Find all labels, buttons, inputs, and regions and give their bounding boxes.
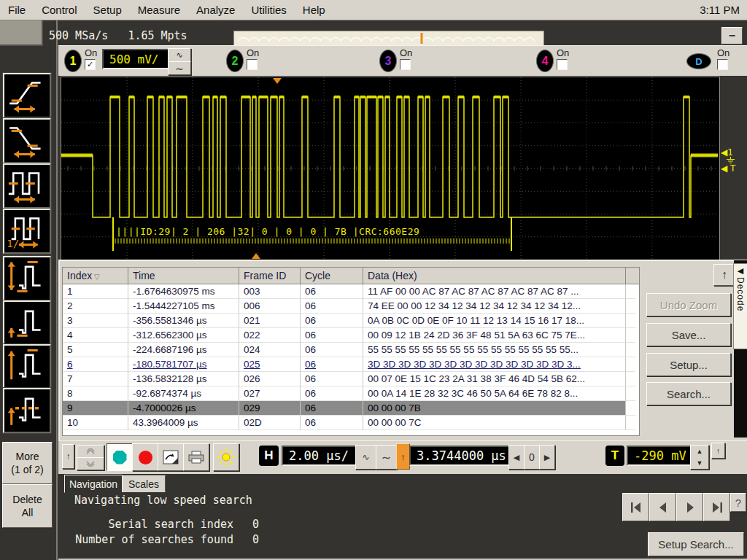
position-left-button[interactable]: ◀ bbox=[508, 445, 525, 470]
trigger-level-stepper[interactable]: ▲▼ bbox=[690, 445, 709, 470]
measure-v-maximum-button[interactable] bbox=[3, 344, 51, 389]
menu-file[interactable]: File bbox=[0, 1, 34, 18]
menu-analyze[interactable]: Analyze bbox=[188, 1, 243, 18]
table-row-8[interactable]: 8-92.6874374 µs0270600 0A 14 1E 28 32 3C… bbox=[63, 386, 639, 401]
cell[interactable]: 11 AF 00 00 AC 87 AC 87 AC 87 AC 87 AC 8… bbox=[363, 284, 626, 299]
cell[interactable]: 00 07 0E 15 1C 23 2A 31 38 3F 46 4D 54 5… bbox=[363, 372, 626, 386]
help-button[interactable]: ? bbox=[730, 493, 746, 512]
cell[interactable]: 4 bbox=[63, 328, 128, 343]
table-row-4[interactable]: 4-312.6562300 µs0220600 09 12 1B 24 2D 3… bbox=[63, 328, 639, 343]
channel-1-coupling-dc-button[interactable]: ∼ bbox=[168, 61, 191, 75]
cell[interactable]: 0A 0B 0C 0D 0E 0F 10 11 12 13 14 15 16 1… bbox=[363, 314, 626, 328]
acquisition-progress-bar[interactable] bbox=[233, 31, 544, 47]
decode-table[interactable]: Index ▽TimeFrame IDCycleData (Hex)1-1.67… bbox=[62, 267, 640, 436]
cell[interactable]: 06 bbox=[301, 314, 363, 328]
cell[interactable]: 06 bbox=[301, 372, 363, 386]
cell[interactable]: -4.7000026 µs bbox=[128, 401, 239, 416]
channel-3-on-checkbox[interactable] bbox=[400, 59, 411, 70]
table-row-7[interactable]: 7-136.5832128 µs0260600 07 0E 15 1C 23 2… bbox=[63, 372, 639, 386]
sort-icon[interactable]: ▽ bbox=[92, 273, 99, 281]
screen-copy-button[interactable] bbox=[158, 443, 184, 471]
menu-control[interactable]: Control bbox=[34, 1, 85, 18]
measure-v-average-button[interactable] bbox=[3, 388, 51, 433]
cell[interactable]: 06 bbox=[301, 416, 363, 430]
cell[interactable]: 06 bbox=[301, 357, 363, 372]
position-right-button[interactable]: ▶ bbox=[539, 445, 555, 470]
cell[interactable]: 3D 3D 3D 3D 3D 3D 3D 3D 3D 3D 3D 3D 3D 3… bbox=[363, 357, 626, 372]
cell[interactable]: 029 bbox=[239, 401, 301, 416]
cell[interactable]: -92.6874374 µs bbox=[128, 386, 239, 401]
trigger-position-button[interactable]: ↑ bbox=[396, 443, 410, 470]
waveform-display[interactable]: ||||ID:29| 2 | 206 |32| 0 | 0 | 0 | 7B |… bbox=[61, 77, 720, 262]
column-header-data-hex-[interactable]: Data (Hex) bbox=[363, 268, 626, 284]
cell[interactable]: 024 bbox=[239, 343, 301, 357]
setup-button[interactable]: Setup... bbox=[646, 353, 731, 376]
save-button[interactable]: Save... bbox=[646, 323, 731, 346]
cell[interactable]: 02D bbox=[239, 416, 301, 430]
horizontal-position-field[interactable]: 3.3744000 µs bbox=[409, 446, 511, 466]
cell[interactable]: 00 09 12 1B 24 2D 36 3F 48 51 5A 63 6C 7… bbox=[363, 328, 626, 343]
cell[interactable]: 00 00 00 7C bbox=[363, 416, 626, 430]
marker-up-button[interactable]: ↑ bbox=[62, 444, 74, 469]
cell[interactable]: 5 bbox=[63, 343, 128, 357]
measure-peak-to-peak-button[interactable] bbox=[3, 256, 51, 301]
undo-zoom-button[interactable]: Undo Zoom bbox=[646, 293, 731, 316]
cell[interactable]: -1.5444227105 ms bbox=[128, 299, 239, 314]
cell[interactable]: 06 bbox=[301, 328, 363, 343]
cell[interactable]: 022 bbox=[239, 328, 301, 343]
scroll-double-up-button[interactable] bbox=[77, 445, 104, 458]
cell[interactable]: -1.6764630975 ms bbox=[128, 284, 239, 299]
table-row-2[interactable]: 2-1.5444227105 ms0060674 EE 00 00 12 34 … bbox=[63, 299, 639, 314]
measure-rise-time-button[interactable] bbox=[3, 73, 51, 118]
channel-4-on-checkbox[interactable] bbox=[557, 59, 568, 70]
brightness-button[interactable] bbox=[213, 443, 239, 471]
setup-search-button[interactable]: Setup Search... bbox=[648, 532, 744, 556]
minimize-button[interactable]: − bbox=[721, 27, 743, 44]
cell[interactable]: 00 00 00 7B bbox=[363, 401, 626, 416]
cell[interactable]: 025 bbox=[239, 357, 301, 372]
table-row-6[interactable]: 6-180.5781707 µs025063D 3D 3D 3D 3D 3D 3… bbox=[63, 357, 639, 372]
cell[interactable]: -180.5781707 µs bbox=[128, 357, 239, 372]
channel-3-badge[interactable]: 3 bbox=[379, 50, 397, 72]
cell[interactable]: -224.6687196 µs bbox=[128, 343, 239, 357]
search-button[interactable]: Search... bbox=[646, 382, 731, 405]
decode-tab[interactable]: ◀ Decode bbox=[733, 263, 747, 349]
scroll-up-button[interactable]: ↑ bbox=[713, 264, 735, 286]
cell[interactable]: -136.5832128 µs bbox=[128, 372, 239, 386]
column-header-time[interactable]: Time bbox=[128, 268, 239, 284]
cell[interactable]: 6 bbox=[63, 357, 128, 372]
channel-4-badge[interactable]: 4 bbox=[536, 50, 554, 72]
measure-fall-time-button[interactable] bbox=[3, 118, 51, 163]
table-row-1[interactable]: 1-1.6764630975 ms0030611 AF 00 00 AC 87 … bbox=[63, 284, 639, 299]
cell[interactable]: 10 bbox=[63, 416, 128, 430]
menu-setup[interactable]: Setup bbox=[85, 1, 130, 18]
cell[interactable]: 06 bbox=[301, 401, 363, 416]
fine-wave-button[interactable]: ∼ bbox=[376, 445, 397, 470]
timebase-field[interactable]: 2.00 µs/ bbox=[282, 446, 357, 466]
channel-1-on-checkbox[interactable]: ✓ bbox=[85, 59, 96, 70]
channel-2-on-checkbox[interactable] bbox=[247, 59, 258, 70]
scroll-double-down-button[interactable] bbox=[77, 457, 104, 470]
cell[interactable]: 1 bbox=[63, 284, 128, 299]
cell[interactable]: 026 bbox=[239, 372, 301, 386]
cell[interactable]: 43.3964009 µs bbox=[128, 416, 239, 430]
menu-measure[interactable]: Measure bbox=[130, 1, 188, 18]
more-button[interactable]: More(1 of 2) bbox=[2, 442, 53, 484]
channel-1-scale-field[interactable]: 500 mV/ bbox=[102, 49, 169, 69]
table-row-3[interactable]: 3-356.5581346 µs021060A 0B 0C 0D 0E 0F 1… bbox=[63, 314, 639, 328]
cell[interactable]: -356.5581346 µs bbox=[128, 314, 239, 328]
cell[interactable]: 2 bbox=[63, 299, 128, 314]
cell[interactable]: 8 bbox=[63, 386, 128, 401]
table-row-10[interactable]: 1043.3964009 µs02D0600 00 00 7C bbox=[63, 416, 639, 430]
cell[interactable]: 006 bbox=[239, 299, 301, 314]
stepper-down-icon[interactable]: ▼ bbox=[697, 459, 703, 467]
position-zero-button[interactable]: 0 bbox=[524, 445, 540, 470]
run-button[interactable] bbox=[107, 443, 133, 471]
nav-first-button[interactable] bbox=[622, 493, 649, 521]
channel-1-coupling-ac-button[interactable]: ∿ bbox=[168, 48, 191, 62]
tab-navigation[interactable]: Navigation bbox=[64, 475, 123, 493]
cell[interactable]: 3 bbox=[63, 314, 128, 328]
table-row-5[interactable]: 5-224.6687196 µs0240655 55 55 55 55 55 5… bbox=[63, 343, 639, 357]
table-row-9[interactable]: 9-4.7000026 µs0290600 00 00 7B bbox=[63, 401, 639, 416]
stop-button[interactable] bbox=[132, 443, 158, 471]
